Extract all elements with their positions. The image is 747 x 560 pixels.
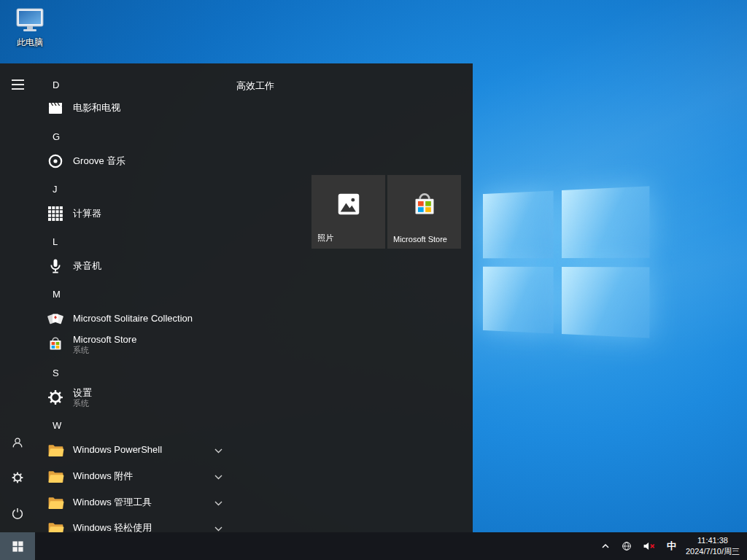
app-item-movies-tv[interactable]: 电影和电视 — [35, 96, 258, 120]
start-menu: D 电影和电视 G — [0, 63, 473, 532]
desktop: 此电脑 — [0, 0, 747, 560]
gear-icon — [11, 471, 24, 484]
store-icon — [387, 175, 461, 235]
calculator-icon — [45, 203, 66, 224]
windows-wallpaper-logo — [483, 186, 649, 338]
app-label: 设置 — [73, 387, 92, 399]
groove-music-icon — [45, 151, 66, 171]
section-letter-j[interactable]: J — [53, 182, 58, 196]
app-item-calculator[interactable]: 计算器 — [35, 202, 258, 225]
voice-recorder-icon — [45, 256, 66, 276]
windows-logo-icon — [12, 540, 24, 553]
app-label: Windows 管理工具 — [73, 497, 152, 508]
chevron-down-icon[interactable] — [214, 470, 222, 483]
taskbar: 中 11:41:38 2024/7/10/周三 — [0, 532, 747, 560]
section-letter-w[interactable]: W — [53, 418, 61, 432]
chevron-up-icon — [600, 542, 611, 551]
expand-menu-button[interactable] — [0, 67, 35, 102]
tile-group-title[interactable]: 高效工作 — [236, 79, 274, 93]
settings-button[interactable] — [0, 460, 35, 495]
store-icon — [45, 334, 66, 354]
tile-label: Microsoft Store — [387, 235, 461, 249]
section-letter-m[interactable]: M — [53, 287, 61, 301]
folder-icon — [45, 518, 66, 532]
app-item-voice-recorder[interactable]: 录音机 — [35, 254, 258, 278]
folder-item-windows-accessories[interactable]: Windows 附件 — [35, 464, 258, 488]
user-icon — [11, 436, 24, 449]
section-letter-d[interactable]: D — [53, 77, 59, 92]
power-button[interactable] — [0, 496, 35, 531]
chevron-down-icon[interactable] — [214, 521, 222, 532]
chevron-down-icon[interactable] — [214, 496, 222, 509]
taskbar-clock[interactable]: 11:41:38 2024/7/10/周三 — [681, 532, 747, 560]
app-list: D 电影和电视 G — [35, 63, 263, 532]
tile-photos[interactable]: 照片 — [311, 175, 385, 249]
hamburger-icon — [12, 79, 24, 90]
volume-button[interactable] — [638, 532, 662, 560]
app-label: Groove 音乐 — [73, 155, 125, 167]
app-item-solitaire[interactable]: Microsoft Solitaire Collection — [35, 307, 258, 330]
settings-gear-icon — [45, 387, 66, 408]
chevron-down-icon[interactable] — [214, 443, 222, 456]
tile-microsoft-store[interactable]: Microsoft Store — [387, 175, 461, 249]
folder-icon — [45, 492, 66, 513]
folder-icon — [45, 440, 66, 460]
folder-item-windows-ease-of-access[interactable]: Windows 轻松使用 — [35, 516, 258, 532]
network-status-button[interactable] — [616, 532, 638, 560]
start-menu-rail — [0, 63, 35, 532]
logo-pane — [562, 186, 650, 257]
computer-monitor-icon — [15, 7, 44, 33]
section-letter-l[interactable]: L — [53, 234, 58, 249]
clock-date: 2024/7/10/周三 — [686, 546, 740, 557]
app-item-settings[interactable]: 设置 系统 — [35, 383, 258, 412]
photos-icon — [311, 175, 385, 233]
app-label: Windows PowerShell — [73, 444, 162, 456]
folder-icon — [45, 466, 66, 486]
user-account-button[interactable] — [0, 425, 35, 460]
system-tray: 中 11:41:38 2024/7/10/周三 — [595, 532, 747, 560]
ime-indicator[interactable]: 中 — [662, 532, 681, 560]
tile-label: 照片 — [311, 233, 385, 249]
logo-pane — [483, 191, 553, 258]
this-pc-icon[interactable]: 此电脑 — [9, 7, 51, 49]
start-button[interactable] — [0, 532, 35, 560]
app-item-groove-music[interactable]: Groove 音乐 — [35, 149, 258, 173]
globe-network-icon — [621, 540, 632, 552]
app-label: 计算器 — [73, 208, 101, 219]
app-item-microsoft-store[interactable]: Microsoft Store 系统 — [35, 330, 258, 359]
app-label: Microsoft Store — [73, 334, 136, 346]
app-label: Windows 附件 — [73, 470, 133, 482]
power-icon — [11, 507, 24, 520]
movies-tv-icon — [45, 98, 66, 118]
app-subtitle: 系统 — [73, 346, 136, 355]
section-letter-g[interactable]: G — [53, 129, 60, 144]
app-label: 录音机 — [73, 260, 101, 272]
clock-time: 11:41:38 — [697, 535, 728, 546]
app-subtitle: 系统 — [73, 399, 92, 408]
section-letter-s[interactable]: S — [53, 365, 59, 380]
logo-pane — [562, 266, 650, 338]
solitaire-icon — [45, 308, 66, 329]
folder-item-windows-admin-tools[interactable]: Windows 管理工具 — [35, 491, 258, 514]
tray-overflow-button[interactable] — [595, 532, 616, 560]
volume-muted-icon — [643, 540, 657, 552]
app-label: Windows 轻松使用 — [73, 522, 152, 532]
folder-item-windows-powershell[interactable]: Windows PowerShell — [35, 438, 258, 462]
this-pc-label: 此电脑 — [9, 36, 51, 49]
logo-pane — [483, 266, 553, 333]
app-label: Microsoft Solitaire Collection — [73, 313, 193, 324]
app-label: 电影和电视 — [73, 102, 120, 114]
